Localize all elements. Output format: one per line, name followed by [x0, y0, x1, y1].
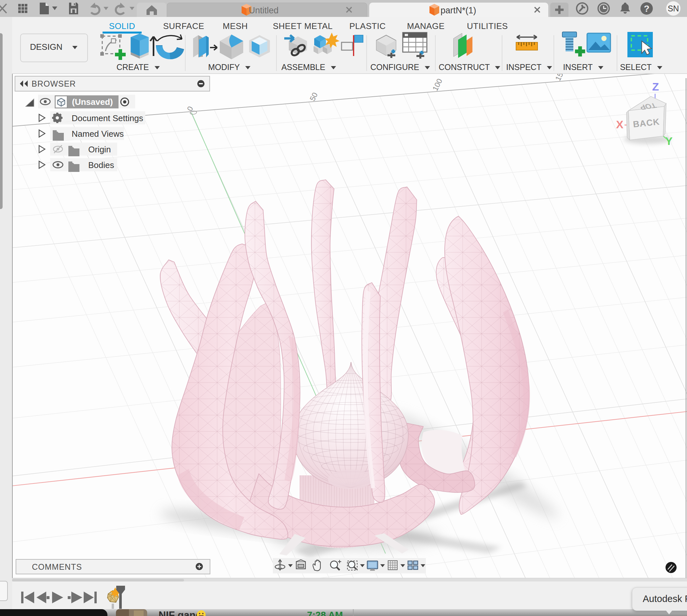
svg-text:?: ?: [644, 4, 649, 14]
svg-text:(Unsaved): (Unsaved): [72, 97, 113, 107]
svg-text:X: X: [616, 118, 623, 131]
svg-text:Z: Z: [652, 81, 659, 93]
svg-text:COMMENTS: COMMENTS: [32, 562, 82, 571]
svg-text:partN*(1): partN*(1): [441, 5, 477, 15]
svg-text:BROWSER: BROWSER: [31, 79, 76, 88]
svg-text:SN: SN: [668, 4, 679, 13]
svg-text:Untitled: Untitled: [249, 5, 279, 15]
svg-text:Y: Y: [665, 135, 673, 147]
